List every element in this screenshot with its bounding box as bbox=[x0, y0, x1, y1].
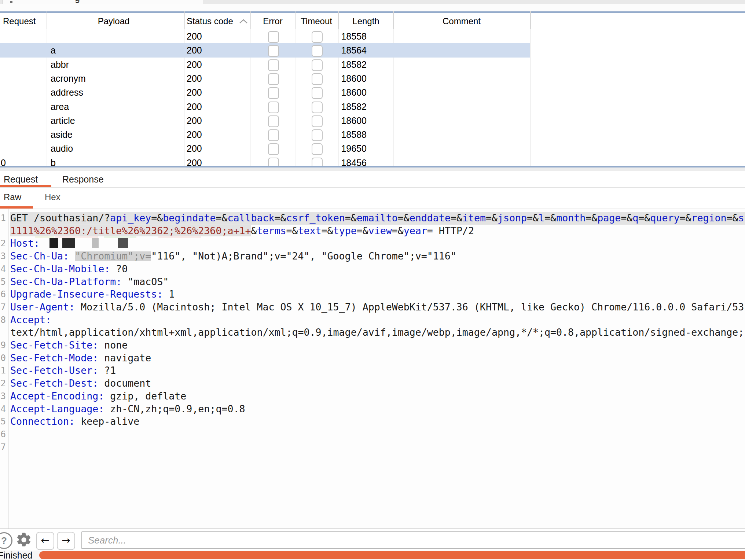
column-header-request[interactable]: Request bbox=[3, 13, 36, 29]
line-number: 8 bbox=[0, 314, 6, 327]
column-separator[interactable] bbox=[530, 11, 531, 29]
cell-payload: article bbox=[51, 114, 75, 128]
cell-request bbox=[1, 100, 6, 114]
attack-status-bar: Finished bbox=[0, 550, 745, 560]
request-line[interactable]: Sec-Fetch-Site: none bbox=[10, 339, 128, 352]
error-checkbox[interactable] bbox=[268, 45, 279, 57]
error-checkbox[interactable] bbox=[268, 102, 279, 113]
column-separator[interactable] bbox=[338, 11, 339, 29]
redaction-box bbox=[118, 238, 128, 248]
panel-divider-strip bbox=[0, 167, 745, 171]
previous-match-button[interactable]: ← bbox=[36, 532, 54, 550]
error-checkbox[interactable] bbox=[268, 129, 279, 141]
result-row[interactable]: address20018600 bbox=[0, 85, 745, 99]
column-header-comment[interactable]: Comment bbox=[434, 13, 489, 29]
line-number: 7 bbox=[0, 441, 6, 454]
error-checkbox[interactable] bbox=[268, 87, 279, 99]
cell-request bbox=[1, 128, 6, 141]
request-line[interactable]: Sec-Fetch-Mode: navigate bbox=[10, 352, 151, 365]
column-separator[interactable] bbox=[47, 11, 47, 29]
request-line[interactable]: Host: bbox=[10, 237, 128, 250]
request-line[interactable]: text/html,application/xhtml+xml,applicat… bbox=[10, 326, 744, 339]
column-header-length[interactable]: Length bbox=[348, 13, 384, 29]
request-line[interactable]: Sec-Fetch-User: ?1 bbox=[10, 364, 116, 377]
line-number: 4 bbox=[0, 403, 6, 416]
cell-status-code: 200 bbox=[187, 58, 202, 71]
tab-hex[interactable]: Hex bbox=[45, 188, 60, 206]
cell-payload: address bbox=[51, 85, 83, 99]
window-tab-bar: g bbox=[0, 0, 745, 4]
request-line[interactable]: Sec-Ch-Ua-Mobile: ?0 bbox=[10, 263, 128, 276]
result-row[interactable]: aside20018588 bbox=[0, 128, 745, 141]
cell-length: 18588 bbox=[315, 128, 367, 141]
message-tabs: Request Response bbox=[0, 171, 745, 187]
result-row[interactable]: abbr20018582 bbox=[0, 58, 745, 71]
sort-ascending-icon bbox=[239, 19, 248, 25]
request-line[interactable]: Upgrade-Insecure-Requests: 1 bbox=[10, 288, 175, 301]
next-match-button[interactable]: → bbox=[57, 532, 75, 550]
cell-request bbox=[1, 85, 6, 99]
request-line[interactable]: Connection: keep-alive bbox=[10, 415, 139, 428]
line-number: 6 bbox=[0, 288, 6, 301]
burp-intruder-results-window: g Request Payload Status code Error Time… bbox=[0, 0, 745, 560]
error-checkbox[interactable] bbox=[268, 158, 279, 166]
cell-length: 18582 bbox=[315, 58, 367, 71]
result-row[interactable]: article20018600 bbox=[0, 114, 745, 128]
request-line[interactable]: Accept-Encoding: gzip, deflate bbox=[10, 390, 186, 403]
tab-raw[interactable]: Raw bbox=[4, 188, 21, 206]
tab-response[interactable]: Response bbox=[62, 171, 104, 187]
request-editor[interactable]: 1GET /southasian/?api_key=&begindate=&ca… bbox=[0, 209, 745, 529]
column-header-status-code[interactable]: Status code bbox=[187, 13, 233, 29]
error-checkbox[interactable] bbox=[268, 143, 279, 155]
redaction-smudge bbox=[75, 251, 151, 261]
column-header-payload[interactable]: Payload bbox=[84, 13, 143, 29]
redaction-box bbox=[62, 238, 75, 248]
attack-progress-bar bbox=[39, 551, 745, 559]
cell-payload: audio bbox=[51, 141, 73, 155]
error-checkbox[interactable] bbox=[268, 73, 279, 85]
column-separator[interactable] bbox=[184, 11, 185, 29]
error-checkbox[interactable] bbox=[268, 59, 279, 71]
cell-request bbox=[1, 71, 6, 85]
tab-title-fragment: g bbox=[73, 0, 86, 4]
line-number: 6 bbox=[0, 428, 6, 441]
column-header-timeout[interactable]: Timeout bbox=[298, 13, 335, 29]
error-checkbox[interactable] bbox=[268, 115, 279, 127]
error-checkbox[interactable] bbox=[268, 31, 279, 43]
result-row[interactable]: area20018582 bbox=[0, 100, 745, 114]
result-row[interactable]: 20018558 bbox=[0, 29, 745, 43]
cell-length: 18564 bbox=[315, 43, 367, 57]
cell-payload: abbr bbox=[51, 58, 69, 71]
search-input[interactable] bbox=[81, 531, 745, 549]
request-line[interactable]: Accept-Language: zh-CN,zh;q=0.9,en;q=0.8 bbox=[10, 403, 245, 416]
request-line[interactable]: Sec-Ch-Ua-Platform: "macOS" bbox=[10, 276, 169, 288]
column-separator[interactable] bbox=[250, 11, 251, 29]
column-separator[interactable] bbox=[393, 11, 394, 29]
gear-icon[interactable] bbox=[15, 531, 32, 550]
cell-request bbox=[1, 58, 6, 71]
cell-status-code: 200 bbox=[187, 114, 202, 128]
cell-status-code: 200 bbox=[187, 141, 202, 155]
column-header-error[interactable]: Error bbox=[254, 13, 291, 29]
cell-request bbox=[1, 29, 6, 43]
request-line[interactable]: GET /southasian/?api_key=&begindate=&cal… bbox=[10, 212, 745, 225]
result-row[interactable]: 0b20018456 bbox=[0, 156, 745, 166]
result-row[interactable]: acronym20018600 bbox=[0, 71, 745, 85]
view-subtabs: Raw Hex bbox=[0, 188, 745, 206]
cell-payload: area bbox=[51, 100, 69, 114]
help-icon[interactable]: ? bbox=[0, 532, 12, 549]
line-number: 0 bbox=[0, 352, 6, 365]
editor-toolbar: ? ← → bbox=[0, 529, 745, 550]
request-line[interactable]: Accept: bbox=[10, 314, 51, 327]
request-line[interactable]: Sec-Fetch-Dest: document bbox=[10, 377, 151, 390]
request-line[interactable]: User-Agent: Mozilla/5.0 (Macintosh; Inte… bbox=[10, 301, 744, 314]
cell-status-code: 200 bbox=[187, 43, 202, 57]
request-line[interactable]: 1111%26%2360:/title%26%2362;%26%2360;a+1… bbox=[10, 225, 474, 237]
result-row[interactable]: a20018564 bbox=[0, 43, 530, 57]
cell-length: 18600 bbox=[315, 114, 367, 128]
results-table-header: Request Payload Status code Error Timeou… bbox=[0, 13, 745, 30]
column-separator[interactable] bbox=[295, 11, 296, 29]
cell-payload: a bbox=[51, 43, 56, 57]
cell-status-code: 200 bbox=[187, 29, 202, 43]
result-row[interactable]: audio20019650 bbox=[0, 141, 745, 155]
